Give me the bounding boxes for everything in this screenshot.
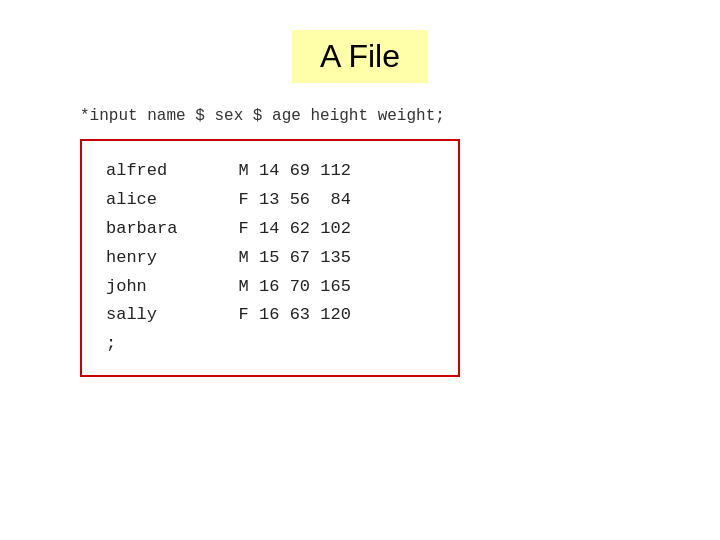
data-code-block: alfred M 14 69 112 alice F 13 56 84 barb…	[80, 139, 460, 377]
input-statement: *input name $ sex $ age height weight;	[80, 107, 445, 125]
code-content: alfred M 14 69 112 alice F 13 56 84 barb…	[106, 157, 434, 359]
page-title: A File	[292, 30, 428, 83]
